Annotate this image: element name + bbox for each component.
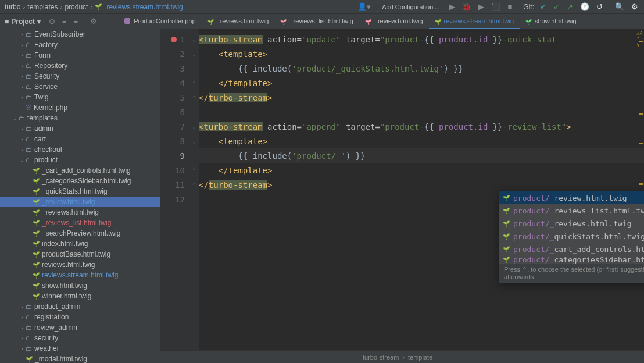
editor-breadcrumb[interactable]: turbo-stream › template <box>160 350 644 363</box>
line-number[interactable]: 10 <box>160 163 189 177</box>
folder-tree-item[interactable]: ›🗀Factory <box>0 40 160 50</box>
file-tree-item[interactable]: 🌱show.html.twig <box>0 280 160 291</box>
folder-tree-item[interactable]: ›🗀security <box>0 333 160 343</box>
line-number[interactable]: 4 <box>160 76 189 90</box>
tab-reviews-stream[interactable]: reviews.stream.html.twig <box>429 14 520 29</box>
folder-tree-item[interactable]: ›🗀cart <box>0 134 160 144</box>
stop-icon[interactable]: ⬛ <box>490 1 502 12</box>
file-tree-item[interactable]: 🌱winner.html.twig <box>0 291 160 301</box>
add-configuration-button[interactable]: Add Configuration... <box>377 2 443 12</box>
run-icon[interactable]: ▶ <box>448 1 456 12</box>
fold-marker[interactable]: ⌄ <box>189 119 199 134</box>
chevron-right-icon[interactable]: › <box>19 63 26 69</box>
folder-tree-item[interactable]: ›🗀Security <box>0 71 160 81</box>
rollback-icon[interactable]: ↺ <box>595 1 604 12</box>
chevron-right-icon[interactable]: › <box>19 126 26 132</box>
tab-reviews-partial[interactable]: _reviews.html.twig <box>202 14 275 29</box>
line-number[interactable]: 6 <box>160 105 189 119</box>
fold-marker[interactable] <box>189 192 199 207</box>
fold-marker[interactable]: ⌃ <box>189 163 199 177</box>
chevron-right-icon[interactable]: › <box>19 335 26 341</box>
folder-tree-item[interactable]: ›🗀EventSubscriber <box>0 29 160 40</box>
autocomplete-item[interactable]: 🌱product/_reviews.html.twigtemplates/pr… <box>499 217 644 230</box>
chevron-right-icon[interactable]: › <box>19 147 26 153</box>
folder-tree-item[interactable]: ›🗀Form <box>0 50 160 61</box>
collapse-icon[interactable]: ≡ <box>70 17 82 26</box>
line-number[interactable]: 3 <box>160 61 189 76</box>
chevron-right-icon[interactable]: › <box>19 31 26 38</box>
file-tree-item[interactable]: 🌱_searchPreview.html.twig <box>0 228 160 239</box>
folder-tree-item[interactable]: ›🗀weather <box>0 343 160 354</box>
autocomplete-item[interactable]: 🌱product/_categoriesSidebar.html.twigte… <box>499 255 644 264</box>
fold-marker[interactable]: ⌃ <box>189 177 199 192</box>
fold-gutter[interactable]: ⌄⌄⌃⌃⌄⌄⌃⌃ <box>189 29 199 350</box>
folder-tree-item[interactable]: ⌄🗀templates <box>0 113 160 123</box>
tab-product-controller[interactable]: ProductController.php <box>119 14 201 29</box>
folder-tree-item[interactable]: ›🗀Twig <box>0 92 160 102</box>
folder-tree-item[interactable]: ›🗀product_admin <box>0 301 160 312</box>
fold-marker[interactable] <box>189 105 199 119</box>
hide-icon[interactable]: — <box>101 17 115 26</box>
line-number[interactable]: 11 <box>160 177 189 192</box>
chevron-right-icon[interactable]: › <box>19 52 26 59</box>
folder-tree-item[interactable]: ›🗀Service <box>0 81 160 92</box>
breakpoint-icon[interactable] <box>171 37 177 42</box>
project-tree[interactable]: ›🗀EventSubscriber›🗀Factory›🗀Form›🗀Reposi… <box>0 29 160 363</box>
project-toolwindow-button[interactable]: ■ Project ▾ <box>0 17 45 26</box>
locate-icon[interactable]: ⊙ <box>45 17 59 26</box>
file-tree-item[interactable]: 🌱_reviews_list.html.twig <box>0 218 160 228</box>
tab-show[interactable]: show.html.twig <box>520 14 582 29</box>
file-tree-item[interactable]: 🌱reviews.html.twig <box>0 259 160 270</box>
folder-tree-item[interactable]: ⌄🗀product <box>0 155 160 165</box>
line-number[interactable]: 2 <box>160 47 189 61</box>
line-number[interactable]: 7 <box>160 119 189 134</box>
autocomplete-item[interactable]: 🌱product/_review.html.twigtemplates/pro… <box>499 191 644 204</box>
file-tree-item[interactable]: 🌱_cart_add_controls.html.twig <box>0 165 160 176</box>
tab-reviews-list[interactable]: _reviews_list.html.twig <box>274 14 359 29</box>
chevron-right-icon[interactable]: › <box>19 314 26 321</box>
autocomplete-popup[interactable]: 🌱product/_review.html.twigtemplates/pro…… <box>499 191 644 283</box>
code-editor[interactable]: <turbo-stream action="update" target="pr… <box>199 29 644 350</box>
inspection-indicator[interactable]: ⚠4 ^ ∨ <box>636 30 643 48</box>
file-tree-item[interactable]: 🌱_reviews.html.twig <box>0 207 160 218</box>
chevron-right-icon[interactable]: › <box>19 94 26 101</box>
fold-marker[interactable] <box>189 61 199 76</box>
file-tree-item[interactable]: 🌱_categoriesSidebar.html.twig <box>0 176 160 186</box>
file-tree-item[interactable]: 🌱productBase.html.twig <box>0 249 160 259</box>
folder-tree-item[interactable]: ›🗀checkout <box>0 144 160 155</box>
line-number[interactable]: 12 <box>160 192 189 207</box>
tab-review[interactable]: _review.html.twig <box>359 14 429 29</box>
chevron-down-icon[interactable]: ⌄ <box>12 115 19 122</box>
line-number[interactable]: 1 <box>160 32 189 47</box>
chevron-right-icon[interactable]: › <box>19 304 26 310</box>
line-number[interactable]: 9 <box>160 148 189 163</box>
chevron-down-icon[interactable]: ⌄ <box>19 157 26 163</box>
breadcrumb-tag[interactable]: turbo-stream <box>363 354 399 361</box>
breadcrumb-item-current[interactable]: reviews.stream.html.twig <box>106 3 183 11</box>
folder-tree-item[interactable]: ›🗀admin <box>0 123 160 134</box>
settings-icon[interactable]: ⚙ <box>630 1 639 12</box>
fold-marker[interactable]: ⌄ <box>189 134 199 148</box>
breadcrumb-item[interactable]: turbo <box>5 3 20 11</box>
chevron-right-icon[interactable]: › <box>19 325 26 331</box>
stop-icon[interactable]: ■ <box>506 1 513 12</box>
fold-marker[interactable]: ⌄ <box>189 47 199 61</box>
run-coverage-icon[interactable]: ▶ <box>477 1 485 12</box>
file-tree-item[interactable]: 🌱_modal.html.twig <box>0 354 160 363</box>
fold-marker[interactable]: ⌃ <box>189 90 199 105</box>
chevron-right-icon[interactable]: › <box>19 84 26 90</box>
user-icon[interactable]: 👤▾ <box>356 1 372 12</box>
line-number[interactable]: 8 <box>160 134 189 148</box>
file-tree-item[interactable]: ⓅKernel.php <box>0 102 160 113</box>
folder-tree-item[interactable]: ›🗀Repository <box>0 61 160 71</box>
error-stripe[interactable]: ⚠4 ^ ∨ <box>638 29 644 350</box>
folder-tree-item[interactable]: ›🗀review_admin <box>0 322 160 333</box>
breadcrumb-item[interactable]: templates <box>27 3 58 11</box>
chevron-right-icon[interactable]: › <box>19 73 26 80</box>
file-tree-item[interactable]: 🌱reviews.stream.html.twig <box>0 270 160 280</box>
search-icon[interactable]: 🔍 <box>614 1 625 12</box>
breadcrumb-item[interactable]: product <box>65 3 88 11</box>
git-push-icon[interactable]: ↗ <box>566 1 574 12</box>
chevron-right-icon[interactable]: › <box>19 42 26 48</box>
git-commit-icon[interactable]: ✓ <box>552 1 561 12</box>
